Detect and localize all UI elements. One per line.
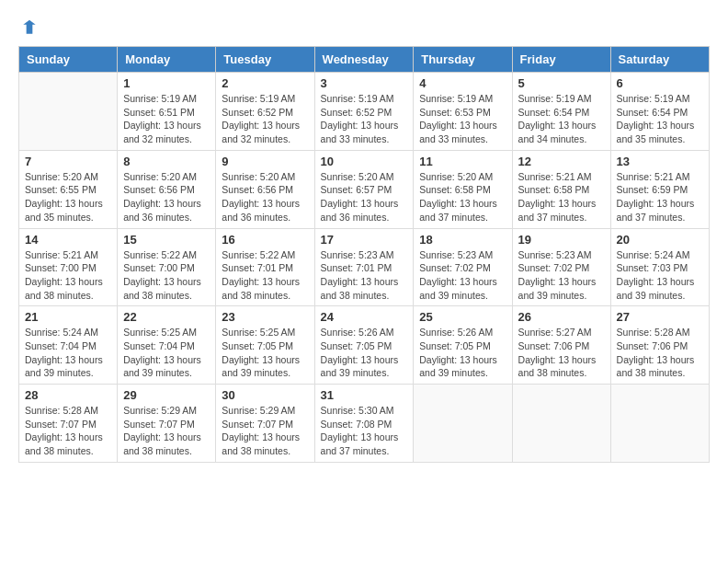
day-info: Sunrise: 5:21 AM Sunset: 6:58 PM Dayligh… [518,170,605,224]
day-number: 21 [25,310,111,324]
calendar-cell: 9Sunrise: 5:20 AM Sunset: 6:56 PM Daylig… [216,150,314,228]
day-number: 27 [617,310,703,324]
calendar-cell: 27Sunrise: 5:28 AM Sunset: 7:06 PM Dayli… [610,306,709,385]
day-info: Sunrise: 5:30 AM Sunset: 7:08 PM Dayligh… [321,404,408,458]
day-info: Sunrise: 5:20 AM Sunset: 6:56 PM Dayligh… [222,170,308,224]
calendar-cell [610,385,709,463]
day-number: 9 [222,155,308,168]
calendar-cell: 25Sunrise: 5:26 AM Sunset: 7:05 PM Dayli… [414,306,512,385]
day-info: Sunrise: 5:23 AM Sunset: 7:02 PM Dayligh… [419,248,506,303]
day-number: 17 [321,233,408,247]
calendar-cell [19,73,118,151]
day-number: 5 [518,76,605,90]
calendar-cell: 31Sunrise: 5:30 AM Sunset: 7:08 PM Dayli… [314,385,414,463]
day-number: 6 [617,76,703,90]
day-number: 4 [419,76,506,90]
day-info: Sunrise: 5:20 AM Sunset: 6:56 PM Dayligh… [123,170,210,224]
calendar-cell: 12Sunrise: 5:21 AM Sunset: 6:58 PM Dayli… [512,150,610,228]
day-info: Sunrise: 5:19 AM Sunset: 6:54 PM Dayligh… [518,92,605,146]
logo-icon [20,18,39,37]
calendar-week-5: 28Sunrise: 5:28 AM Sunset: 7:07 PM Dayli… [19,385,710,463]
day-number: 24 [321,310,408,324]
calendar-week-4: 21Sunrise: 5:24 AM Sunset: 7:04 PM Dayli… [19,306,710,385]
calendar-cell: 30Sunrise: 5:29 AM Sunset: 7:07 PM Dayli… [216,385,314,463]
calendar-cell: 4Sunrise: 5:19 AM Sunset: 6:53 PM Daylig… [414,73,512,151]
day-header-thursday: Thursday [414,47,512,73]
day-info: Sunrise: 5:24 AM Sunset: 7:04 PM Dayligh… [25,326,111,380]
calendar-cell: 7Sunrise: 5:20 AM Sunset: 6:55 PM Daylig… [19,150,118,228]
calendar-cell: 19Sunrise: 5:23 AM Sunset: 7:02 PM Dayli… [512,228,610,306]
day-number: 7 [25,155,111,168]
day-number: 10 [321,155,408,168]
day-number: 20 [617,233,703,247]
day-info: Sunrise: 5:20 AM Sunset: 6:58 PM Dayligh… [419,170,506,224]
day-info: Sunrise: 5:19 AM Sunset: 6:51 PM Dayligh… [123,92,210,146]
day-number: 19 [518,233,605,247]
day-number: 12 [518,155,605,168]
day-number: 28 [25,388,111,402]
day-number: 2 [222,76,308,90]
calendar-cell: 11Sunrise: 5:20 AM Sunset: 6:58 PM Dayli… [414,150,512,228]
day-number: 30 [222,388,308,402]
calendar-cell: 17Sunrise: 5:23 AM Sunset: 7:01 PM Dayli… [314,228,414,306]
day-info: Sunrise: 5:25 AM Sunset: 7:05 PM Dayligh… [222,326,308,380]
calendar-cell: 10Sunrise: 5:20 AM Sunset: 6:57 PM Dayli… [314,150,414,228]
calendar-table: SundayMondayTuesdayWednesdayThursdayFrid… [18,46,710,463]
calendar-cell: 6Sunrise: 5:19 AM Sunset: 6:54 PM Daylig… [610,73,709,151]
day-number: 22 [123,310,210,324]
day-header-monday: Monday [118,47,216,73]
day-number: 29 [123,388,210,402]
day-info: Sunrise: 5:19 AM Sunset: 6:52 PM Dayligh… [222,92,308,146]
day-info: Sunrise: 5:21 AM Sunset: 7:00 PM Dayligh… [25,248,111,303]
day-info: Sunrise: 5:29 AM Sunset: 7:07 PM Dayligh… [123,404,210,458]
calendar-cell [414,385,512,463]
calendar-cell: 15Sunrise: 5:22 AM Sunset: 7:00 PM Dayli… [118,228,216,306]
day-number: 14 [25,233,111,247]
calendar-cell: 20Sunrise: 5:24 AM Sunset: 7:03 PM Dayli… [610,228,709,306]
day-info: Sunrise: 5:25 AM Sunset: 7:04 PM Dayligh… [123,326,210,380]
calendar-cell: 22Sunrise: 5:25 AM Sunset: 7:04 PM Dayli… [118,306,216,385]
calendar-cell: 21Sunrise: 5:24 AM Sunset: 7:04 PM Dayli… [19,306,118,385]
page-header [18,18,710,37]
calendar-cell: 16Sunrise: 5:22 AM Sunset: 7:01 PM Dayli… [216,228,314,306]
day-number: 3 [321,76,408,90]
day-number: 8 [123,155,210,168]
calendar-cell [512,385,610,463]
calendar-cell: 2Sunrise: 5:19 AM Sunset: 6:52 PM Daylig… [216,73,314,151]
calendar-week-3: 14Sunrise: 5:21 AM Sunset: 7:00 PM Dayli… [19,228,710,306]
calendar-cell: 5Sunrise: 5:19 AM Sunset: 6:54 PM Daylig… [512,73,610,151]
day-info: Sunrise: 5:26 AM Sunset: 7:05 PM Dayligh… [321,326,408,380]
day-number: 11 [419,155,506,168]
logo [18,18,39,37]
calendar-cell: 28Sunrise: 5:28 AM Sunset: 7:07 PM Dayli… [19,385,118,463]
day-info: Sunrise: 5:19 AM Sunset: 6:53 PM Dayligh… [419,92,506,146]
day-info: Sunrise: 5:22 AM Sunset: 7:00 PM Dayligh… [123,248,210,303]
calendar-cell: 23Sunrise: 5:25 AM Sunset: 7:05 PM Dayli… [216,306,314,385]
calendar-cell: 1Sunrise: 5:19 AM Sunset: 6:51 PM Daylig… [118,73,216,151]
day-number: 13 [617,155,703,168]
day-header-saturday: Saturday [610,47,709,73]
day-info: Sunrise: 5:26 AM Sunset: 7:05 PM Dayligh… [419,326,506,380]
calendar-cell: 26Sunrise: 5:27 AM Sunset: 7:06 PM Dayli… [512,306,610,385]
day-number: 31 [321,388,408,402]
calendar-week-2: 7Sunrise: 5:20 AM Sunset: 6:55 PM Daylig… [19,150,710,228]
day-info: Sunrise: 5:28 AM Sunset: 7:07 PM Dayligh… [25,404,111,458]
day-number: 15 [123,233,210,247]
day-header-friday: Friday [512,47,610,73]
day-info: Sunrise: 5:24 AM Sunset: 7:03 PM Dayligh… [617,248,703,303]
day-info: Sunrise: 5:23 AM Sunset: 7:01 PM Dayligh… [321,248,408,303]
day-info: Sunrise: 5:20 AM Sunset: 6:55 PM Dayligh… [25,170,111,224]
day-info: Sunrise: 5:19 AM Sunset: 6:54 PM Dayligh… [617,92,703,146]
day-info: Sunrise: 5:19 AM Sunset: 6:52 PM Dayligh… [321,92,408,146]
calendar-cell: 14Sunrise: 5:21 AM Sunset: 7:00 PM Dayli… [19,228,118,306]
day-info: Sunrise: 5:27 AM Sunset: 7:06 PM Dayligh… [518,326,605,380]
day-header-sunday: Sunday [19,47,118,73]
day-header-tuesday: Tuesday [216,47,314,73]
day-info: Sunrise: 5:23 AM Sunset: 7:02 PM Dayligh… [518,248,605,303]
day-number: 1 [123,76,210,90]
calendar-cell: 24Sunrise: 5:26 AM Sunset: 7:05 PM Dayli… [314,306,414,385]
calendar-cell: 29Sunrise: 5:29 AM Sunset: 7:07 PM Dayli… [118,385,216,463]
calendar-cell: 18Sunrise: 5:23 AM Sunset: 7:02 PM Dayli… [414,228,512,306]
day-header-wednesday: Wednesday [314,47,414,73]
day-number: 25 [419,310,506,324]
